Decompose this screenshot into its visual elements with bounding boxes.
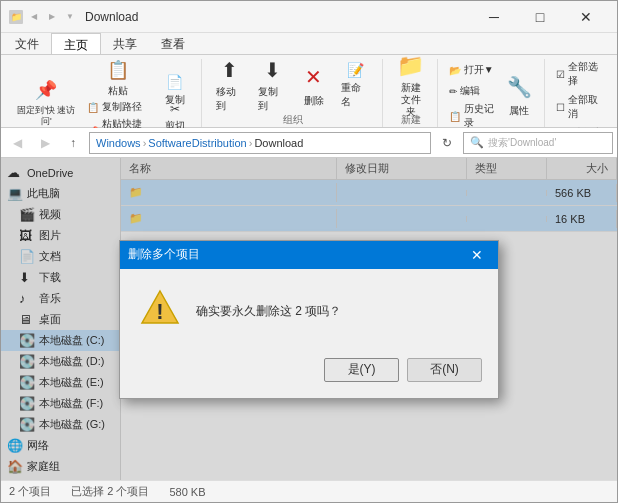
dialog-title-bar: 删除多个项目 ✕ xyxy=(120,241,498,269)
select-none-icon: ☐ xyxy=(556,102,565,113)
tab-file[interactable]: 文件 xyxy=(3,33,51,54)
warning-icon: ! xyxy=(140,289,180,334)
dialog-title: 删除多个项目 xyxy=(128,246,464,263)
search-placeholder: 搜索'Download' xyxy=(488,136,556,150)
title-bar: 📁 ◀ ▶ ▼ Download ─ □ ✕ xyxy=(1,1,617,33)
search-box[interactable]: 🔍 搜索'Download' xyxy=(463,132,613,154)
yes-button[interactable]: 是(Y) xyxy=(324,358,399,382)
open-sub-group: 📂 打开▼ ✏ 编辑 📋 历史记录 xyxy=(446,59,499,131)
delete-icon: ✕ xyxy=(300,63,328,91)
paste-button[interactable]: 📋 粘贴 xyxy=(84,59,153,97)
history-button[interactable]: 📋 历史记录 xyxy=(446,101,499,131)
dialog-message: 确实要永久删除这 2 项吗？ xyxy=(196,302,341,320)
copy-icon: 📄 xyxy=(161,74,189,90)
properties-icon: 🔧 xyxy=(505,73,533,101)
selected-size: 580 KB xyxy=(169,486,205,498)
edit-icon: ✏ xyxy=(449,86,457,97)
address-bar: ◀ ▶ ↑ Windows › SoftwareDistribution › D… xyxy=(1,128,617,158)
address-path[interactable]: Windows › SoftwareDistribution › Downloa… xyxy=(89,132,431,154)
copy-path-icon: 📋 xyxy=(87,102,99,113)
forward-icon-title: ▶ xyxy=(45,10,59,24)
breadcrumb-download[interactable]: Download xyxy=(254,137,303,149)
rename-button[interactable]: 📝 重命名 xyxy=(335,59,375,111)
history-icon: 📋 xyxy=(449,111,461,122)
ribbon: 文件 主页 共享 查看 📌 固定到'快 速访问' 📋 xyxy=(1,33,617,128)
new-label: 新建 xyxy=(401,111,421,127)
select-none-button[interactable]: ☐ 全部取消 xyxy=(553,92,607,122)
selected-info: 已选择 2 个项目 xyxy=(71,484,149,499)
pin-button[interactable]: 📌 固定到'快 速访问' xyxy=(11,77,82,129)
back-button[interactable]: ◀ xyxy=(5,132,29,154)
forward-button[interactable]: ▶ xyxy=(33,132,57,154)
new-folder-button[interactable]: 📁 新建文件夹 xyxy=(391,59,431,111)
down-icon-title: ▼ xyxy=(63,10,77,24)
tab-share[interactable]: 共享 xyxy=(101,33,149,54)
copy-path-button[interactable]: 📋 复制路径 xyxy=(84,99,153,115)
rename-icon: 📝 xyxy=(341,61,369,78)
new-folder-icon: 📁 xyxy=(397,53,425,79)
content-area: ☁ OneDrive 💻 此电脑 🎬 视频 🖼 图片 📄 文档 ⬇ 下载 xyxy=(1,158,617,480)
window-title: Download xyxy=(85,10,471,24)
dialog-close-button[interactable]: ✕ xyxy=(464,242,490,268)
breadcrumb-sep-2: › xyxy=(249,137,253,149)
close-button[interactable]: ✕ xyxy=(563,1,609,33)
back-icon-title: ◀ xyxy=(27,10,41,24)
search-icon: 🔍 xyxy=(470,136,484,149)
scissors-icon: ✂ xyxy=(170,102,180,116)
breadcrumb-softwaredist[interactable]: SoftwareDistribution xyxy=(148,137,246,149)
dialog-buttons: 是(Y) 否(N) xyxy=(120,350,498,398)
copy-button[interactable]: 📄 复制 xyxy=(155,77,195,105)
ribbon-content: 📌 固定到'快 速访问' 📋 粘贴 📋 复制路径 xyxy=(1,55,617,127)
new-items: 📁 新建文件夹 xyxy=(391,59,431,111)
open-items: 📂 打开▼ ✏ 编辑 📋 历史记录 🔧 xyxy=(446,59,538,131)
ribbon-group-clipboard: 📌 固定到'快 速访问' 📋 粘贴 📋 复制路径 xyxy=(5,59,202,127)
move-to-button[interactable]: ⬆ 移动到 xyxy=(210,59,250,111)
open-button[interactable]: 📂 打开▼ xyxy=(446,59,499,81)
dialog-body: ! 确实要永久删除这 2 项吗？ xyxy=(120,269,498,350)
breadcrumb-sep-1: › xyxy=(143,137,147,149)
no-button[interactable]: 否(N) xyxy=(407,358,482,382)
refresh-button[interactable]: ↻ xyxy=(435,132,459,154)
ribbon-tabs: 文件 主页 共享 查看 xyxy=(1,33,617,55)
ribbon-group-open: 📂 打开▼ ✏ 编辑 📋 历史记录 🔧 xyxy=(440,59,545,127)
copy-to-icon: ⬇ xyxy=(258,58,286,82)
delete-button[interactable]: ✕ 删除 xyxy=(295,59,334,111)
paste-icon: 📋 xyxy=(104,59,132,81)
main-window: 📁 ◀ ▶ ▼ Download ─ □ ✕ 文件 主页 共享 查看 xyxy=(0,0,618,503)
ribbon-group-new: 📁 新建文件夹 新建 xyxy=(385,59,438,127)
cut-button[interactable]: ✂ 剪切 xyxy=(157,107,193,129)
dialog-overlay: 删除多个项目 ✕ ! 确实要永久删除这 2 项吗？ 是(Y) xyxy=(1,158,617,480)
select-all-icon: ☑ xyxy=(556,69,565,80)
open-icon: 📂 xyxy=(449,65,461,76)
copy-cut-group: 📄 复制 ✂ 剪切 xyxy=(155,77,195,129)
svg-text:!: ! xyxy=(156,299,163,324)
copy-to-button[interactable]: ⬇ 复制到 xyxy=(252,59,292,111)
tab-view[interactable]: 查看 xyxy=(149,33,197,54)
status-bar: 2 个项目 已选择 2 个项目 580 KB xyxy=(1,480,617,502)
properties-button[interactable]: 🔧 属性 xyxy=(501,69,538,121)
edit-button[interactable]: ✏ 编辑 xyxy=(446,83,499,99)
delete-dialog: 删除多个项目 ✕ ! 确实要永久删除这 2 项吗？ 是(Y) xyxy=(119,240,499,399)
pin-icon: 📌 xyxy=(32,79,60,102)
item-count: 2 个项目 xyxy=(9,484,51,499)
minimize-button[interactable]: ─ xyxy=(471,1,517,33)
tab-home[interactable]: 主页 xyxy=(51,33,101,54)
maximize-button[interactable]: □ xyxy=(517,1,563,33)
organize-items: ⬆ 移动到 ⬇ 复制到 ✕ 删除 📝 重命名 xyxy=(210,59,376,111)
move-icon: ⬆ xyxy=(216,58,244,82)
up-button[interactable]: ↑ xyxy=(61,132,85,154)
window-icon: 📁 xyxy=(9,10,23,24)
ribbon-group-select: ☑ 全部选择 ☐ 全部取消 🔄 反向选择 选择 xyxy=(547,59,613,127)
title-bar-icons: 📁 ◀ ▶ ▼ xyxy=(9,10,77,24)
title-controls: ─ □ ✕ xyxy=(471,1,609,33)
ribbon-group-organize: ⬆ 移动到 ⬇ 复制到 ✕ 删除 📝 重命名 xyxy=(204,59,383,127)
breadcrumb-windows[interactable]: Windows xyxy=(96,137,141,149)
select-all-button[interactable]: ☑ 全部选择 xyxy=(553,59,607,89)
organize-label: 组织 xyxy=(283,111,303,127)
